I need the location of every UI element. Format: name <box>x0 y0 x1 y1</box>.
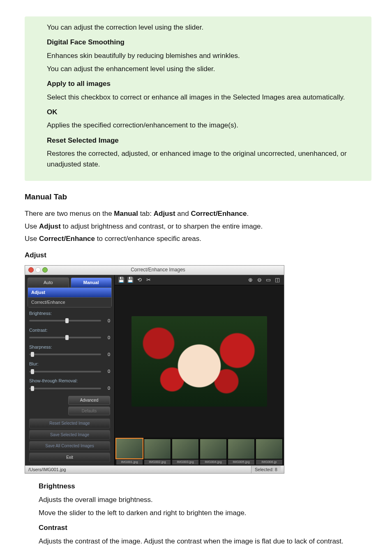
slider-track[interactable] <box>29 388 101 389</box>
save-as-icon[interactable]: 💾 <box>127 277 134 283</box>
status-selected: Selected: 8 <box>251 466 281 473</box>
ok-desc: Applies the specified correction/enhance… <box>33 120 363 131</box>
thumbnail-image[interactable] <box>256 439 283 459</box>
slider-value: 0 <box>104 317 110 324</box>
thumbnail-image[interactable] <box>172 439 199 459</box>
thumbnail[interactable]: IMG003.jpg <box>172 439 198 465</box>
slider-row: Sharpness:0 <box>29 344 110 358</box>
thumbnail-label: IMG002.jpg <box>144 460 171 465</box>
thumbnail-image[interactable] <box>115 438 143 459</box>
zoom-out-icon[interactable]: ⊖ <box>256 277 263 283</box>
zoom-in-icon[interactable]: ⊕ <box>247 277 254 283</box>
slider-thumb[interactable] <box>65 318 69 323</box>
subtab-adjust[interactable]: Adjust <box>28 288 111 297</box>
slider-track[interactable] <box>29 371 101 372</box>
apply-all-heading: Apply to all images <box>33 79 363 89</box>
slider-label: Brightness: <box>29 310 110 317</box>
manual-tab-heading: Manual Tab <box>25 191 371 203</box>
slider-track[interactable] <box>29 354 101 355</box>
advanced-button[interactable]: Advanced <box>68 396 110 405</box>
thumbnail-label: IMG006.jp <box>256 460 282 465</box>
slider-row: Show-through Removal:0 <box>29 377 110 392</box>
slider-row: Contrast:0 <box>29 327 110 341</box>
slider-track[interactable] <box>29 337 101 338</box>
correction-level-note: You can adjust the correction level usin… <box>33 22 363 33</box>
save-all-button[interactable]: Save All Corrected Images <box>29 441 110 451</box>
slider-value: 0 <box>104 368 110 375</box>
preview-image <box>131 316 267 407</box>
digital-face-smoothing-desc-1: Enhances skin beautifully by reducing bl… <box>33 51 363 61</box>
thumbnail-image[interactable] <box>228 439 255 459</box>
contrast-heading: Contrast <box>25 523 371 533</box>
brightness-heading: Brightness <box>25 481 371 492</box>
compare-icon[interactable]: ◫ <box>274 277 281 283</box>
subtab-correct-enhance[interactable]: Correct/Enhance <box>28 297 111 307</box>
save-selected-button[interactable]: Save Selected Image <box>29 430 110 440</box>
manual-intro-2: Use Adjust to adjust brightness and cont… <box>25 221 371 232</box>
defaults-button[interactable]: Defaults <box>68 407 110 416</box>
slider-value: 0 <box>104 334 110 341</box>
status-bar: /Users/IMG001.jpg Selected: 8 <box>25 465 284 473</box>
window-titlebar: Correct/Enhance Images <box>25 266 284 275</box>
tab-auto[interactable]: Auto <box>28 278 69 287</box>
slider-row: Blur:0 <box>29 361 110 375</box>
digital-face-smoothing-heading: Digital Face Smoothing <box>33 37 363 48</box>
slider-track[interactable] <box>29 320 101 321</box>
thumbnail-image[interactable] <box>200 439 227 459</box>
thumbnail[interactable]: IMG005.jpg <box>228 439 254 465</box>
save-icon[interactable]: 💾 <box>118 277 125 283</box>
crop-icon[interactable]: ✂ <box>145 277 152 283</box>
thumbnail-label: IMG004.jpg <box>200 460 226 465</box>
reset-desc: Restores the corrected, adjusted, or enh… <box>33 148 363 170</box>
slider-label: Blur: <box>29 361 110 368</box>
manual-intro-3: Use Correct/Enhance to correct/enhance s… <box>25 234 371 244</box>
slider-thumb[interactable] <box>65 335 69 340</box>
correct-enhance-window: Correct/Enhance Images Auto Manual Adjus… <box>25 265 284 474</box>
slider-label: Contrast: <box>29 327 110 334</box>
apply-all-desc: Select this checkbox to correct or enhan… <box>33 92 363 103</box>
adjust-heading: Adjust <box>25 250 371 261</box>
close-icon[interactable] <box>28 267 34 273</box>
auto-tab-definitions: You can adjust the correction level usin… <box>25 16 371 181</box>
brightness-desc-2: Move the slider to the left to darken an… <box>25 508 371 518</box>
slider-thumb[interactable] <box>31 369 34 374</box>
thumbnail[interactable]: IMG001.jpg <box>116 438 143 465</box>
reset-heading: Reset Selected Image <box>33 135 363 146</box>
tab-manual[interactable]: Manual <box>71 278 112 287</box>
thumbnail[interactable]: IMG006.jp <box>256 439 282 465</box>
ok-heading: OK <box>33 107 363 118</box>
reset-selected-button[interactable]: Reset Selected Image <box>29 419 110 428</box>
slider-thumb[interactable] <box>31 386 34 391</box>
thumbnail-strip[interactable]: IMG001.jpgIMG002.jpgIMG003.jpgIMG004.jpg… <box>115 437 284 465</box>
manual-intro-1: There are two menus on the Manual tab: A… <box>25 208 371 219</box>
fit-icon[interactable]: ▭ <box>265 277 272 283</box>
thumbnail-image[interactable] <box>144 439 171 459</box>
thumbnail-label: IMG001.jpg <box>116 460 143 465</box>
rotate-icon[interactable]: ⟲ <box>136 277 143 283</box>
thumbnail-label: IMG005.jpg <box>228 460 254 465</box>
brightness-desc-1: Adjusts the overall image brightness. <box>25 495 371 505</box>
contrast-desc: Adjusts the contrast of the image. Adjus… <box>25 536 371 547</box>
slider-row: Brightness:0 <box>29 310 110 324</box>
window-title: Correct/Enhance Images <box>35 266 281 274</box>
thumbnail-label: IMG003.jpg <box>172 460 198 465</box>
exit-button[interactable]: Exit <box>29 453 110 462</box>
thumbnail[interactable]: IMG004.jpg <box>200 439 226 465</box>
preview-area <box>115 285 284 438</box>
thumbnail[interactable]: IMG002.jpg <box>144 439 171 465</box>
slider-label: Show-through Removal: <box>29 377 110 384</box>
slider-thumb[interactable] <box>31 352 34 357</box>
slider-value: 0 <box>104 351 110 358</box>
slider-label: Sharpness: <box>29 344 110 351</box>
slider-value: 0 <box>104 385 110 392</box>
digital-face-smoothing-desc-2: You can adjust the enhancement level usi… <box>33 64 363 74</box>
status-path: /Users/IMG001.jpg <box>28 466 66 473</box>
